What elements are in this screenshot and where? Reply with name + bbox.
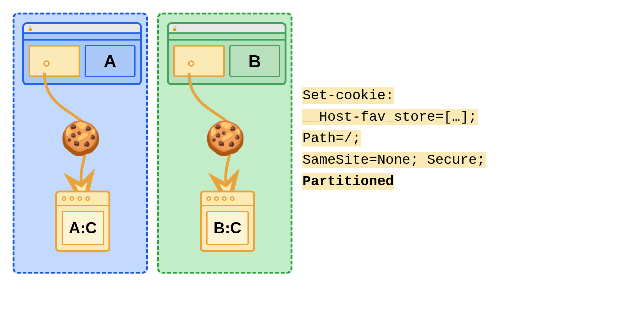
browser-window-a: 🔒 A (22, 22, 142, 85)
jar-dot-icon (206, 196, 211, 201)
cookie-icon: 🍪 (60, 121, 101, 154)
top-level-site-label: B (229, 45, 280, 77)
partition-a: 🔒 A 🍪 (13, 13, 148, 274)
browser-content: A (24, 41, 140, 81)
code-line: Path=/; (302, 130, 361, 147)
partition-b: 🔒 B 🍪 (157, 13, 292, 274)
cookie-jar-header (57, 192, 108, 206)
browser-content: B (169, 41, 285, 81)
cookie-jar-label: B:C (206, 211, 249, 245)
jar-dot-icon (62, 196, 66, 201)
cookie-jar-b: B:C (200, 191, 255, 252)
top-level-site-label: A (85, 45, 136, 77)
address-bar: 🔒 (169, 24, 285, 34)
jar-dot-icon (85, 196, 90, 201)
browser-window-b: 🔒 B (167, 22, 286, 85)
set-cookie-header-code: Set-cookie: __Host-fav_store=[…]; Path=/… (302, 85, 486, 192)
jar-dot-icon (69, 196, 74, 201)
cookie-jar-header (202, 192, 253, 206)
embedded-iframe (173, 45, 225, 77)
code-line-partitioned: Partitioned (302, 173, 394, 190)
cookie-origin-dot-icon (43, 60, 50, 67)
jar-dot-icon (222, 196, 227, 201)
cookie-jar-label: A:C (62, 211, 104, 245)
address-bar: 🔒 (24, 24, 140, 34)
lock-icon: 🔒 (27, 26, 33, 31)
jar-dot-icon (214, 196, 219, 201)
code-line: __Host-fav_store=[…]; (302, 109, 478, 125)
cookie-jar-a: A:C (55, 191, 110, 252)
browser-toolbar (24, 34, 140, 41)
embedded-iframe (29, 45, 80, 77)
cookie-origin-dot-icon (188, 60, 194, 67)
lock-icon: 🔒 (172, 26, 177, 31)
partitioned-cookies-diagram: 🔒 A 🍪 (13, 13, 631, 274)
jar-dot-icon (230, 196, 235, 201)
code-line: Set-cookie: (302, 87, 394, 104)
jar-dot-icon (77, 196, 82, 201)
browser-toolbar (169, 34, 285, 41)
cookie-icon: 🍪 (205, 121, 246, 154)
code-line: SameSite=None; Secure; (302, 152, 486, 168)
